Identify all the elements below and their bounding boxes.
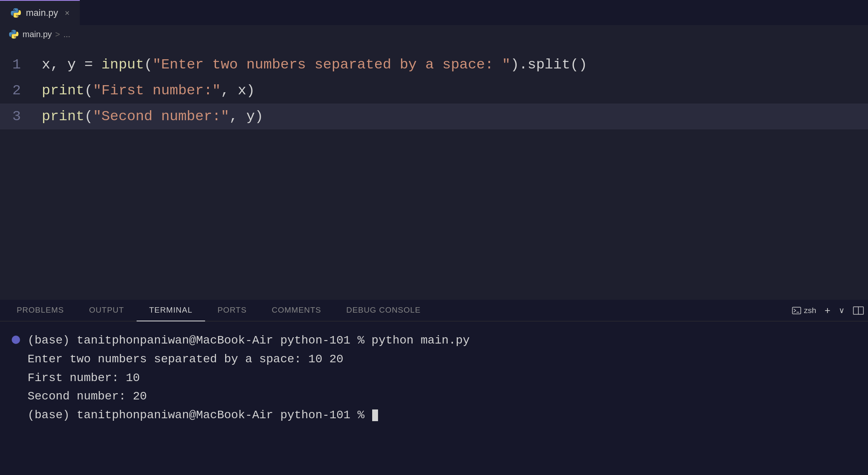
- terminal-icon: [792, 307, 801, 314]
- tab-filename: main.py: [26, 8, 58, 18]
- line-number-2: 2: [0, 78, 33, 104]
- code-line-3: 3 print("Second number:", y): [0, 104, 868, 129]
- tab-output[interactable]: OUTPUT: [76, 300, 137, 321]
- split-icon: [853, 306, 864, 315]
- tab-problems[interactable]: PROBLEMS: [4, 300, 76, 321]
- breadcrumb-ellipsis: ...: [63, 30, 71, 39]
- terminal-output-block: Enter two numbers separated by a space: …: [28, 350, 856, 425]
- tab-debug-console[interactable]: DEBUG CONSOLE: [334, 300, 433, 321]
- panel-area: PROBLEMS OUTPUT TERMINAL PORTS COMMENTS …: [0, 300, 868, 475]
- add-terminal-button[interactable]: +: [825, 305, 830, 316]
- chevron-down-icon: ∨: [839, 306, 845, 315]
- line-number-3: 3: [0, 104, 33, 129]
- terminal-cursor: [372, 409, 378, 421]
- breadcrumb-python-icon: [8, 29, 19, 40]
- tab-bar: main.py ×: [0, 0, 868, 25]
- tab-ports[interactable]: PORTS: [205, 300, 259, 321]
- shell-name: zsh: [804, 306, 816, 315]
- tab-main-py[interactable]: main.py ×: [0, 0, 80, 25]
- editor-area: 1 x, y = input("Enter two numbers separa…: [0, 43, 868, 300]
- terminal-output-line-1: Enter two numbers separated by a space: …: [28, 350, 856, 369]
- line-number-1: 1: [0, 52, 33, 78]
- tab-comments[interactable]: COMMENTS: [259, 300, 334, 321]
- svg-rect-0: [792, 307, 801, 314]
- line-content-1: x, y = input("Enter two numbers separate…: [33, 52, 587, 78]
- code-container[interactable]: 1 x, y = input("Enter two numbers separa…: [0, 43, 868, 300]
- terminal-content[interactable]: (base) tanitphonpaniwan@MacBook-Air pyth…: [0, 321, 868, 475]
- new-terminal-button[interactable]: zsh: [792, 306, 816, 315]
- line-content-2: print("First number:", x): [33, 78, 255, 104]
- terminal-output-line-2: First number: 10: [28, 369, 856, 388]
- split-terminal-button[interactable]: [853, 306, 864, 315]
- breadcrumb-separator: >: [55, 30, 60, 39]
- terminal-prompt-line: (base) tanitphonpaniwan@MacBook-Air pyth…: [12, 331, 856, 350]
- code-line-1: 1 x, y = input("Enter two numbers separa…: [0, 52, 868, 78]
- code-line-2: 2 print("First number:", x): [0, 78, 868, 104]
- breadcrumb: main.py > ...: [0, 25, 868, 43]
- terminal-output-line-3: Second number: 20: [28, 387, 856, 406]
- line-content-3: print("Second number:", y): [33, 104, 264, 129]
- panel-tabs: PROBLEMS OUTPUT TERMINAL PORTS COMMENTS …: [0, 300, 868, 321]
- tab-terminal[interactable]: TERMINAL: [137, 300, 205, 321]
- add-icon: +: [825, 305, 830, 316]
- terminal-next-prompt: (base) tanitphonpaniwan@MacBook-Air pyth…: [28, 406, 856, 425]
- breadcrumb-filename: main.py: [23, 30, 52, 39]
- terminal-dot: [12, 336, 20, 344]
- tab-close-button[interactable]: ×: [65, 8, 70, 18]
- terminal-prompt-text: (base) tanitphonpaniwan@MacBook-Air pyth…: [28, 331, 470, 350]
- panel-tab-actions: zsh + ∨: [792, 305, 864, 316]
- chevron-down-button[interactable]: ∨: [839, 306, 845, 315]
- python-tab-icon: [10, 7, 22, 19]
